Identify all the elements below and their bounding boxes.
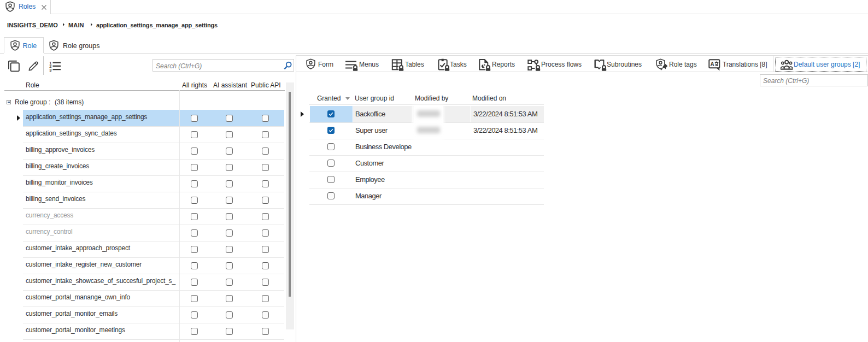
svg-text:A: A (711, 61, 714, 67)
svg-text:3: 3 (49, 68, 51, 72)
